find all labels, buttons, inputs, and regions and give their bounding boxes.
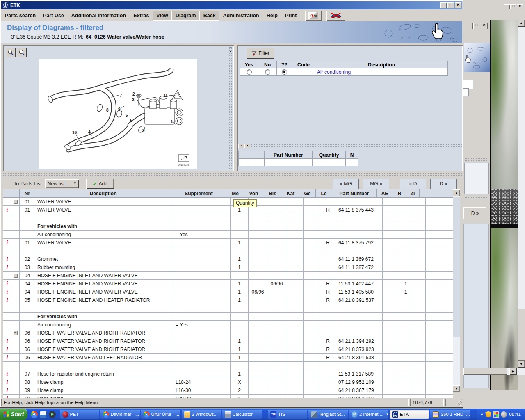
nav-button-mg[interactable]: MG » — [363, 179, 389, 189]
resize-grip[interactable] — [457, 399, 462, 406]
menu-back[interactable]: Back — [200, 11, 219, 21]
table-row[interactable]: i04HOSE F ENGINE INLET AND WATER VALVE10… — [3, 288, 453, 296]
info-icon[interactable]: i — [7, 338, 8, 345]
task-tengjast-st-[interactable]: Tengjast St... — [308, 410, 348, 419]
task-tis[interactable]: TISTIS — [268, 410, 307, 419]
table-row[interactable]: Air conditioning= Yes — [3, 321, 453, 329]
menu-extras[interactable]: Extras — [130, 11, 153, 21]
table-row[interactable]: i07Hose for radiator and engine return11… — [3, 370, 453, 378]
menu-part-use[interactable]: Part Use — [39, 11, 68, 21]
task-etk[interactable]: ETK — [390, 410, 429, 419]
table-row[interactable]: i08Hose clampL18-24X07 12 9 952 109 — [3, 378, 453, 386]
table-row[interactable]: For vehicles with — [3, 222, 453, 231]
car-filter-button[interactable] — [326, 11, 345, 21]
col-header-bis[interactable]: Bis — [263, 189, 282, 197]
scrollbar-horizontal[interactable]: ▶ — [463, 368, 525, 375]
collapse-icon[interactable]: − — [13, 199, 18, 204]
scroll-up-icon[interactable]: ▲ — [518, 20, 525, 27]
col-header-ge[interactable]: Ge — [299, 189, 316, 197]
display-icon[interactable] — [493, 411, 499, 418]
minimize-icon[interactable]: _ — [440, 2, 447, 8]
yes-radio[interactable] — [247, 70, 251, 74]
table-row[interactable]: i05HOSE F ENGINE INLET AND HEATER RADIAT… — [3, 296, 453, 304]
photo-thumbnail[interactable] — [491, 189, 518, 224]
zoom-out-button[interactable] — [17, 48, 27, 57]
close-icon[interactable]: ✕ — [517, 4, 523, 9]
table-row[interactable]: Air conditioning= Yes — [3, 231, 453, 239]
scroll-up-icon[interactable]: ▲ — [453, 189, 460, 196]
media-player-icon[interactable] — [49, 411, 56, 418]
font-size-button[interactable]: A\a — [305, 11, 322, 21]
diagram-canvas[interactable]: 00184316 72311985610491 — [39, 59, 197, 169]
dropdown-arrow-icon[interactable]: ▼ — [386, 413, 388, 416]
col-header-me[interactable]: Me — [226, 189, 244, 197]
zoom-in-button[interactable] — [6, 48, 16, 57]
title-bar[interactable]: ETK _ □ ✕ — [1, 1, 462, 9]
task-calculator[interactable]: Calculator — [222, 410, 262, 419]
nav-button-d[interactable]: D » — [430, 179, 457, 189]
table-row[interactable]: −06HOSE F WATER VALVE AND RIGHT RADIATOR — [3, 329, 453, 337]
clock-icon[interactable] — [501, 411, 507, 418]
shield-icon[interactable] — [485, 411, 491, 418]
col-header-ae[interactable]: AE — [377, 189, 393, 197]
scroll-down-icon[interactable]: ▼ — [453, 385, 460, 392]
horizontal-splitter[interactable] — [1, 173, 462, 177]
menu-print[interactable]: Print — [281, 11, 300, 21]
vertical-splitter[interactable] — [234, 45, 237, 171]
table-row[interactable]: i01WATER VALVE1R64 11 8 375 792 — [3, 239, 453, 247]
col-header-r[interactable]: R — [393, 189, 406, 197]
col-header-description[interactable]: Description — [35, 189, 171, 197]
chrome-icon[interactable] — [31, 411, 38, 418]
app-window-icon[interactable] — [40, 411, 47, 418]
dropdown-arrow-icon[interactable]: ▼ — [220, 413, 221, 416]
diagram-scrollbar[interactable]: ◄ ► — [229, 46, 233, 169]
scroll-right-icon[interactable]: ▶ — [509, 368, 517, 375]
unknown-radio[interactable] — [282, 70, 287, 74]
close-icon[interactable]: ✕ — [481, 23, 488, 29]
col-header-zi[interactable]: ZI — [406, 189, 420, 197]
scrollbar-thumb[interactable] — [463, 368, 507, 375]
info-icon[interactable]: i — [7, 379, 8, 386]
info-icon[interactable]: i — [7, 289, 8, 295]
task-2-internet-[interactable]: 2 Internet ...▼ — [349, 410, 388, 419]
info-icon[interactable]: i — [7, 240, 8, 246]
photo-thumbnail[interactable] — [491, 228, 518, 390]
photo-thumbnail[interactable] — [491, 20, 518, 189]
splitter-up-icon[interactable]: ▲ — [238, 144, 244, 148]
menu-administration[interactable]: Administration — [219, 11, 263, 21]
table-row[interactable]: i06HOSE F WATER VALVE AND RIGHT RADIATOR… — [3, 337, 453, 345]
splitter[interactable] — [464, 158, 489, 162]
table-row[interactable] — [3, 247, 453, 255]
splitter[interactable] — [464, 195, 489, 199]
col-header-part-number[interactable]: Part Number — [332, 189, 377, 197]
menu-help[interactable]: Help — [263, 11, 281, 21]
table-row[interactable]: i06HOSE F WATER VALVE AND LEFT RADIATOR1… — [3, 354, 453, 362]
table-row[interactable]: i01WATER VALVE1R64 11 8 375 443 — [3, 206, 453, 214]
info-icon[interactable]: i — [7, 207, 8, 213]
col-header-nr[interactable]: Nr — [20, 189, 35, 197]
col-header-von[interactable]: Von — [244, 189, 263, 197]
table-row[interactable]: i03Rubber mounting164 11 1 387 472 — [3, 263, 453, 272]
menu-parts-search[interactable]: Parts search — [1, 11, 39, 21]
filter-button[interactable]: Filter — [247, 48, 274, 59]
info-icon[interactable]: i — [7, 297, 8, 304]
parts-list-dropdown[interactable]: New list — [45, 179, 79, 188]
info-icon[interactable]: i — [7, 281, 8, 287]
nav-button-mg[interactable]: « MG — [333, 179, 359, 189]
splitter-down-icon[interactable]: ▼ — [244, 144, 250, 148]
tray-chevron-icon[interactable]: « — [481, 412, 483, 417]
maximize-icon[interactable]: □ — [447, 2, 454, 8]
maximize-icon[interactable]: □ — [510, 4, 516, 9]
table-row[interactable]: For vehicles with — [3, 313, 453, 321]
info-icon[interactable]: i — [7, 346, 8, 353]
info-icon[interactable]: i — [7, 371, 8, 377]
splitter-handle[interactable] — [251, 144, 462, 148]
table-row[interactable]: i09Hose clampL16-30264 21 8 367 179 — [3, 386, 453, 395]
minimize-icon[interactable]: _ — [466, 23, 473, 29]
start-button[interactable]: Start — [0, 409, 27, 420]
add-button[interactable]: ✓Add — [86, 179, 114, 189]
table-row[interactable] — [3, 362, 453, 370]
close-icon[interactable]: ✕ — [455, 2, 461, 8]
parts-table[interactable]: NrDescriptionSupplementMeVonBisKatGeLePa… — [3, 189, 453, 403]
col-header-kat[interactable]: Kat — [282, 189, 299, 197]
